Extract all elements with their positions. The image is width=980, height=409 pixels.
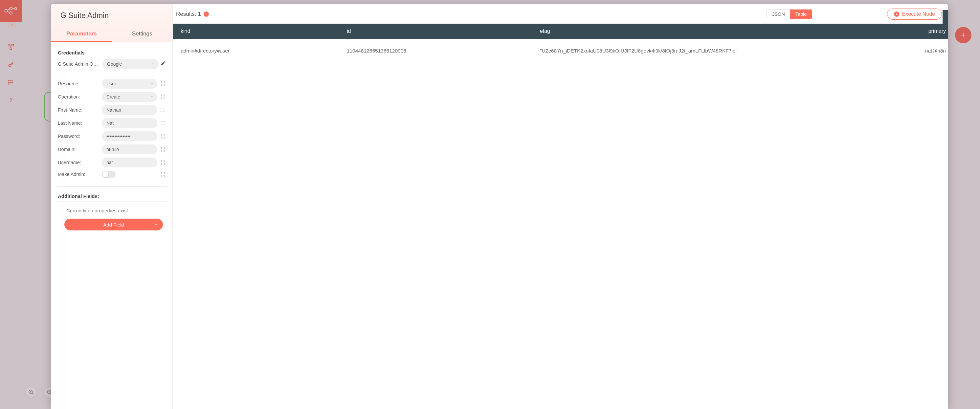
node-editor-modal: G Suite Admin Parameters Settings Creden… (51, 4, 948, 409)
view-json-button[interactable]: JSON (767, 10, 790, 19)
svg-point-32 (164, 82, 165, 83)
cell-kind: admin#directory#user (173, 39, 339, 63)
svg-point-46 (164, 124, 165, 125)
svg-point-34 (164, 85, 165, 86)
resource-select[interactable]: User (102, 79, 158, 89)
chevron-down-icon (150, 147, 154, 152)
info-icon[interactable]: i (204, 11, 209, 17)
credential-type-label: G Suite Admin OAut... (58, 61, 100, 67)
svg-point-49 (161, 137, 162, 138)
param-options-icon[interactable] (160, 94, 166, 100)
operation-label: Operation: (58, 94, 99, 100)
col-id: id (339, 24, 532, 39)
results-count: Results: 1 (176, 11, 201, 17)
svg-point-41 (161, 111, 162, 112)
domain-select[interactable]: n8n.io (102, 144, 158, 154)
password-input[interactable] (102, 131, 158, 141)
username-label: Username: (58, 160, 99, 165)
param-options-icon[interactable] (160, 160, 166, 165)
results-table: kind id etag primary admin#directory#use… (173, 24, 948, 63)
param-options-icon[interactable] (160, 81, 166, 87)
play-icon (894, 11, 899, 17)
results-panel: Results: 1 i JSON Table Execute Node kin… (173, 4, 948, 409)
no-properties-text: Currently no properties exist (58, 202, 166, 219)
col-primary: primary (869, 24, 948, 39)
first-name-input[interactable] (102, 105, 158, 115)
svg-point-54 (164, 151, 165, 151)
svg-point-51 (161, 147, 162, 148)
param-options-icon[interactable] (160, 133, 166, 139)
svg-point-48 (164, 134, 165, 135)
credential-value: Google (107, 61, 122, 67)
svg-point-62 (164, 175, 165, 176)
svg-point-59 (161, 172, 162, 173)
domain-label: Domain: (58, 147, 99, 152)
svg-point-40 (164, 108, 165, 109)
operation-select[interactable]: Create (102, 92, 158, 102)
first-name-label: First Name: (58, 107, 99, 113)
svg-point-55 (161, 160, 162, 162)
svg-point-45 (161, 124, 162, 125)
svg-point-37 (161, 98, 162, 99)
execute-node-button[interactable]: Execute Node (887, 8, 942, 20)
svg-point-35 (161, 95, 162, 96)
svg-point-44 (164, 121, 165, 122)
view-toggle: JSON Table (767, 9, 812, 19)
close-button[interactable] (943, 10, 948, 27)
svg-point-39 (161, 108, 162, 109)
view-table-button[interactable]: Table (790, 10, 812, 19)
svg-point-58 (164, 163, 165, 165)
node-title: G Suite Admin (51, 4, 172, 26)
resource-label: Resource: (58, 81, 99, 86)
last-name-input[interactable] (102, 118, 158, 128)
svg-point-50 (164, 137, 165, 138)
svg-point-56 (164, 160, 165, 162)
param-options-icon[interactable] (160, 107, 166, 113)
chevron-down-icon (150, 81, 154, 86)
parameters-panel: G Suite Admin Parameters Settings Creden… (51, 4, 173, 409)
svg-point-38 (164, 98, 165, 99)
make-admin-toggle[interactable] (102, 171, 116, 178)
chevron-down-icon (154, 222, 158, 227)
param-options-icon[interactable] (160, 171, 166, 177)
tab-parameters[interactable]: Parameters (51, 26, 112, 42)
credentials-heading: Credentials (58, 50, 166, 55)
svg-point-42 (164, 111, 165, 112)
svg-point-43 (161, 121, 162, 122)
col-etag: etag (532, 24, 869, 39)
svg-point-33 (161, 85, 162, 86)
make-admin-label: Make Admin: (58, 172, 99, 177)
svg-point-53 (161, 151, 162, 151)
cell-primary: nat@n8n (869, 39, 948, 63)
svg-point-47 (161, 134, 162, 135)
chevron-down-icon (150, 94, 154, 100)
chevron-down-icon (151, 61, 155, 67)
additional-fields-heading: Additional Fields: (58, 189, 166, 202)
svg-point-31 (161, 82, 162, 83)
cell-id: 110448126551366120905 (339, 39, 532, 63)
svg-point-61 (161, 175, 162, 176)
col-kind: kind (173, 24, 339, 39)
username-input[interactable] (102, 158, 158, 167)
svg-point-60 (164, 172, 165, 173)
tab-settings[interactable]: Settings (112, 26, 173, 42)
svg-point-52 (164, 147, 165, 148)
edit-credential-icon[interactable] (161, 61, 166, 67)
add-field-button[interactable]: Add Field (64, 219, 163, 230)
table-row[interactable]: admin#directory#user 1104481265513661209… (173, 39, 948, 63)
param-options-icon[interactable] (160, 120, 166, 126)
last-name-label: Last Name: (58, 120, 99, 126)
cell-etag: "UZc68Yn_jDETK2xoIaU08U3l9kOfUJfF2U8govk… (532, 39, 869, 63)
svg-marker-63 (896, 13, 897, 15)
credential-select[interactable]: Google (102, 59, 159, 69)
svg-point-57 (161, 163, 162, 165)
password-label: Password: (58, 133, 99, 139)
svg-point-36 (164, 95, 165, 96)
param-options-icon[interactable] (160, 146, 166, 152)
